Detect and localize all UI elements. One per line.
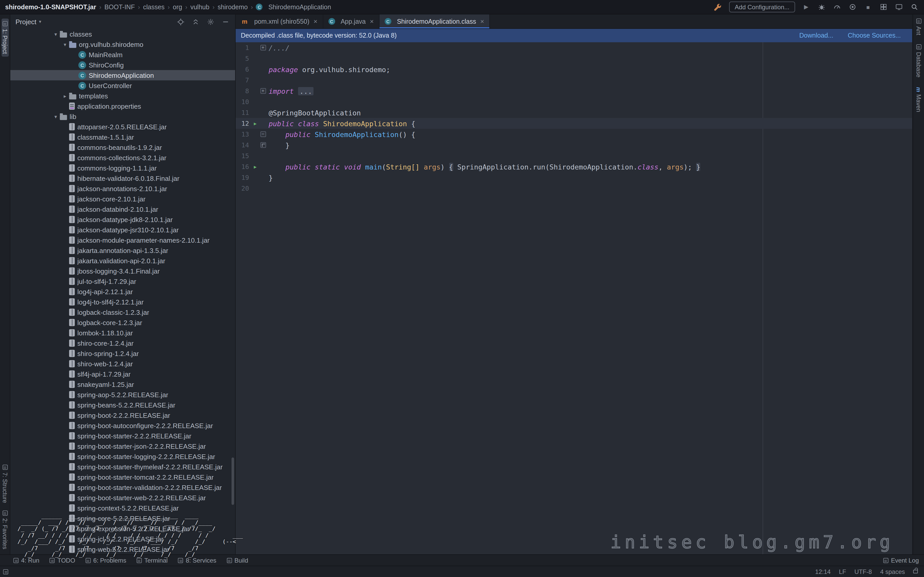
stop-icon[interactable]: ■	[864, 3, 872, 11]
banner-link-choose-sources[interactable]: Choose Sources...	[848, 32, 901, 39]
code-line[interactable]: 15	[236, 150, 912, 161]
tree-item-lombok-1-18-10-jar[interactable]: lombok-1.18.10.jar	[10, 328, 235, 338]
code-line[interactable]: 13− public ShirodemoApplication() {	[236, 129, 912, 140]
tree-item-jackson-annotations-2-10-1-jar[interactable]: jackson-annotations-2.10.1.jar	[10, 184, 235, 194]
fold-minus-icon[interactable]: −	[260, 131, 266, 137]
fold-end-icon[interactable]	[260, 142, 266, 148]
tree-item-spring-boot-starter-thymeleaf-2-2-2-release-jar[interactable]: spring-boot-starter-thymeleaf-2.2.2.RELE…	[10, 462, 235, 472]
breadcrumb-item[interactable]: vulhub	[190, 3, 209, 11]
code-line[interactable]: 10	[236, 96, 912, 107]
toolstrip-1-project[interactable]: 1: Project	[1, 19, 8, 56]
add-configuration-button[interactable]: Add Configuration...	[729, 2, 795, 12]
tree-item-commons-logging-1-1-1-jar[interactable]: commons-logging-1.1.1.jar	[10, 163, 235, 173]
tree-item-spring-aop-5-2-2-release-jar[interactable]: spring-aop-5.2.2.RELEASE.jar	[10, 390, 235, 400]
toolwindow-button-6-problems[interactable]: 6: Problems	[86, 557, 126, 564]
tree-item-snakeyaml-1-25-jar[interactable]: snakeyaml-1.25.jar	[10, 379, 235, 390]
status-lf[interactable]: LF	[839, 568, 846, 575]
profiler-icon[interactable]	[833, 3, 842, 11]
breadcrumb-item[interactable]: org	[173, 3, 182, 11]
code-line[interactable]: 14 }	[236, 140, 912, 150]
tree-item-shiro-web-1-2-4-jar[interactable]: shiro-web-1.2.4.jar	[10, 359, 235, 369]
tree-item-hibernate-validator-6-0-18-final-jar[interactable]: hibernate-validator-6.0.18.Final.jar	[10, 173, 235, 184]
tree-item-jul-to-slf4j-1-7-29-jar[interactable]: jul-to-slf4j-1.7.29.jar	[10, 276, 235, 287]
toolstrip-7-structure[interactable]: 7: Structure	[2, 465, 8, 503]
tree-item-application-properties[interactable]: application.properties	[10, 101, 235, 111]
tree-item-classmate-1-5-1-jar[interactable]: classmate-1.5.1.jar	[10, 132, 235, 142]
tree-item-classes[interactable]: ▾classes	[10, 29, 235, 39]
toolstrip-2-favorites[interactable]: 2: Favorites	[2, 511, 8, 549]
fold-plus-icon[interactable]: +	[260, 45, 266, 50]
scrollbar-thumb[interactable]	[231, 458, 234, 505]
collapse-all-icon[interactable]	[191, 17, 200, 26]
chevron-down-icon[interactable]: ▾	[52, 114, 60, 119]
fold-plus-icon[interactable]: +	[260, 88, 266, 94]
toolwindow-switcher-icon[interactable]	[3, 569, 8, 574]
tree-item-attoparser-2-0-5-release-jar[interactable]: attoparser-2.0.5.RELEASE.jar	[10, 122, 235, 132]
editor-tab-active[interactable]: CShirodemoApplication.class×	[380, 15, 490, 28]
coverage-icon[interactable]	[848, 3, 857, 11]
breadcrumb-item[interactable]: shirodemo	[218, 3, 248, 11]
toolwindows-icon[interactable]	[879, 3, 888, 11]
tree-item-spring-boot-starter-json-2-2-2-release-jar[interactable]: spring-boot-starter-json-2.2.2.RELEASE.j…	[10, 441, 235, 451]
tree-item-spring-core-5-2-2-release-jar[interactable]: spring-core-5.2.2.RELEASE.jar	[10, 513, 235, 524]
tree-item-jackson-databind-2-10-1-jar[interactable]: jackson-databind-2.10.1.jar	[10, 204, 235, 214]
project-panel-title[interactable]: Project	[16, 18, 36, 26]
tab-close-icon[interactable]: ×	[313, 18, 317, 25]
code-line[interactable]: 19}	[236, 172, 912, 183]
code-line[interactable]: 16▶ public static void main(String[] arg…	[236, 161, 912, 172]
toolwindow-button-4-run[interactable]: 4: Run	[13, 557, 39, 564]
tree-item-shiro-spring-1-2-4-jar[interactable]: shiro-spring-1.2.4.jar	[10, 348, 235, 359]
tree-item-jackson-datatype-jdk8-2-10-1-jar[interactable]: jackson-datatype-jdk8-2.10.1.jar	[10, 214, 235, 225]
code-line[interactable]: 7	[236, 75, 912, 85]
breadcrumb-item[interactable]: BOOT-INF	[104, 3, 135, 11]
tree-item-logback-core-1-2-3-jar[interactable]: logback-core-1.2.3.jar	[10, 318, 235, 328]
breadcrumb-item[interactable]: classes	[143, 3, 165, 11]
tree-item-spring-jcl-5-2-2-release-jar[interactable]: spring-jcl-5.2.2.RELEASE.jar	[10, 534, 235, 544]
tree-item-mainrealm[interactable]: CMainRealm	[10, 50, 235, 60]
status-4-spaces[interactable]: 4 spaces	[880, 568, 905, 575]
tree-item-shiro-core-1-2-4-jar[interactable]: shiro-core-1.2.4.jar	[10, 338, 235, 348]
toolwindow-button-8-services[interactable]: 8: Services	[178, 557, 216, 564]
wrench-icon[interactable]	[714, 3, 722, 11]
code-line[interactable]: 6package org.vulhub.shirodemo;	[236, 64, 912, 75]
tree-item-spring-boot-starter-tomcat-2-2-2-release-jar[interactable]: spring-boot-starter-tomcat-2.2.2.RELEASE…	[10, 472, 235, 482]
code-line[interactable]: 11@SpringBootApplication	[236, 107, 912, 118]
code-line[interactable]: 8+import ...	[236, 85, 912, 96]
toolwindow-button-todo[interactable]: TODO	[50, 557, 75, 564]
toolstrip-ant[interactable]: Ant	[916, 19, 922, 35]
tree-item-spring-beans-5-2-2-release-jar[interactable]: spring-beans-5.2.2.RELEASE.jar	[10, 400, 235, 410]
debug-icon[interactable]	[817, 3, 826, 11]
code-line[interactable]: 1+/.../	[236, 42, 912, 53]
tree-item-spring-boot-starter-validation-2-2-2-release-jar[interactable]: spring-boot-starter-validation-2.2.2.REL…	[10, 482, 235, 493]
code-line[interactable]: 5	[236, 53, 912, 64]
search-everywhere-icon[interactable]	[910, 3, 919, 11]
settings-icon[interactable]	[206, 17, 215, 26]
tree-item-usercontroller[interactable]: CUserController	[10, 81, 235, 91]
tree-item-shiroconfig[interactable]: CShiroConfig	[10, 60, 235, 70]
toolwindow-button-event-log[interactable]: Event Log	[883, 557, 919, 564]
tree-item-spring-boot-starter-2-2-2-release-jar[interactable]: spring-boot-starter-2.2.2.RELEASE.jar	[10, 431, 235, 441]
tree-item-lib[interactable]: ▾lib	[10, 111, 235, 122]
run-icon[interactable]: ▶	[254, 121, 257, 126]
tree-item-spring-boot-autoconfigure-2-2-2-release-jar[interactable]: spring-boot-autoconfigure-2.2.2.RELEASE.…	[10, 421, 235, 431]
tree-item-org-vulhub-shirodemo[interactable]: ▾org.vulhub.shirodemo	[10, 39, 235, 50]
tree-item-templates[interactable]: ▸templates	[10, 91, 235, 101]
tree-item-spring-context-5-2-2-release-jar[interactable]: spring-context-5.2.2.RELEASE.jar	[10, 503, 235, 513]
code-line[interactable]: 12▶public class ShirodemoApplication {	[236, 118, 912, 129]
tree-item-spring-expression-5-2-2-release-jar[interactable]: spring-expression-5.2.2.RELEASE.jar	[10, 524, 235, 534]
tree-item-spring-boot-starter-web-2-2-2-release-jar[interactable]: spring-boot-starter-web-2.2.2.RELEASE.ja…	[10, 493, 235, 503]
editor-tab[interactable]: mpom.xml (shiro550)×	[236, 15, 323, 28]
chevron-down-icon[interactable]: ▾	[61, 42, 69, 47]
tree-item-shirodemoapplication[interactable]: CShirodemoApplication	[10, 70, 235, 81]
toolwindow-button-terminal[interactable]: Terminal	[137, 557, 168, 564]
tree-item-jackson-core-2-10-1-jar[interactable]: jackson-core-2.10.1.jar	[10, 194, 235, 204]
tree-item-jackson-module-parameter-names-2-10-1-jar[interactable]: jackson-module-parameter-names-2.10.1.ja…	[10, 235, 235, 245]
breadcrumb-item[interactable]: ShirodemoApplication	[268, 3, 331, 11]
banner-link-download[interactable]: Download...	[799, 32, 833, 39]
chevron-right-icon[interactable]: ▸	[61, 93, 69, 99]
tree-item-slf4j-api-1-7-29-jar[interactable]: slf4j-api-1.7.29.jar	[10, 369, 235, 379]
hide-panel-icon[interactable]	[221, 17, 230, 26]
tree-item-jakarta-annotation-api-1-3-5-jar[interactable]: jakarta.annotation-api-1.3.5.jar	[10, 245, 235, 256]
chevron-down-icon[interactable]: ▾	[52, 31, 60, 37]
tree-item-jackson-datatype-jsr310-2-10-1-jar[interactable]: jackson-datatype-jsr310-2.10.1.jar	[10, 225, 235, 235]
